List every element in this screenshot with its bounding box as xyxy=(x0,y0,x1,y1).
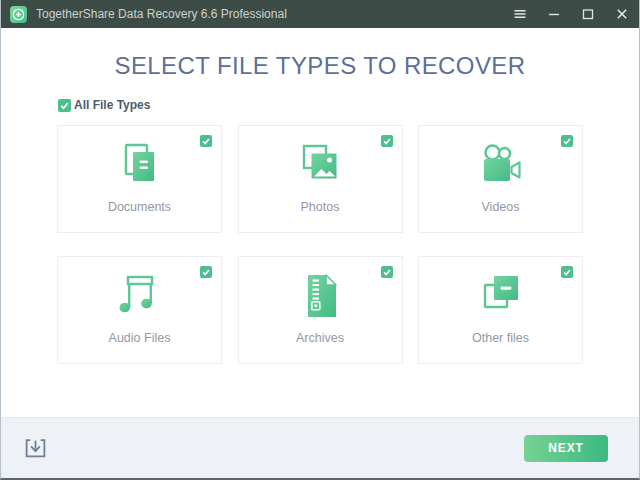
photos-icon xyxy=(293,143,347,187)
menu-button[interactable] xyxy=(503,0,537,28)
check-icon xyxy=(562,267,572,277)
file-type-card-archives[interactable]: Archives xyxy=(238,256,403,364)
all-file-types-label: All File Types xyxy=(74,98,150,112)
card-checkbox[interactable] xyxy=(561,266,573,278)
card-checkbox[interactable] xyxy=(200,266,212,278)
card-checkbox[interactable] xyxy=(561,135,573,147)
archives-icon xyxy=(293,274,347,318)
close-button[interactable] xyxy=(605,0,639,28)
window-title: TogetherShare Data Recovery 6.6 Professi… xyxy=(36,7,287,21)
all-file-types-toggle[interactable]: All File Types xyxy=(58,98,639,112)
card-label: Archives xyxy=(296,331,344,345)
videos-icon xyxy=(474,143,528,187)
file-type-card-audio-files[interactable]: Audio Files xyxy=(57,256,222,364)
audio-files-icon xyxy=(113,274,167,318)
all-file-types-checkbox[interactable] xyxy=(58,99,71,112)
minimize-button[interactable] xyxy=(537,0,571,28)
check-icon xyxy=(201,267,211,277)
check-icon xyxy=(201,136,211,146)
card-label: Photos xyxy=(301,200,340,214)
card-label: Documents xyxy=(108,200,171,214)
card-checkbox[interactable] xyxy=(381,135,393,147)
card-label: Audio Files xyxy=(109,331,171,345)
card-checkbox[interactable] xyxy=(381,266,393,278)
hamburger-menu-icon xyxy=(512,6,528,22)
file-type-card-other-files[interactable]: Other files xyxy=(418,256,583,364)
main-content: SELECT FILE TYPES TO RECOVER All File Ty… xyxy=(1,28,639,417)
card-label: Other files xyxy=(472,331,529,345)
plus-circle-app-icon xyxy=(10,6,27,23)
file-type-card-videos[interactable]: Videos xyxy=(418,125,583,233)
import-download-icon xyxy=(24,438,47,459)
check-icon xyxy=(59,100,70,111)
card-checkbox[interactable] xyxy=(200,135,212,147)
title-bar: TogetherShare Data Recovery 6.6 Professi… xyxy=(1,0,639,28)
check-icon xyxy=(382,267,392,277)
check-icon xyxy=(382,136,392,146)
check-icon xyxy=(562,136,572,146)
close-icon xyxy=(614,6,630,22)
file-type-grid: Documents Photos Videos Audio Files Arch… xyxy=(57,125,583,364)
maximize-button[interactable] xyxy=(571,0,605,28)
page-title: SELECT FILE TYPES TO RECOVER xyxy=(1,51,639,81)
import-button[interactable] xyxy=(22,436,48,460)
file-type-card-photos[interactable]: Photos xyxy=(238,125,403,233)
card-label: Videos xyxy=(482,200,520,214)
app-window: TogetherShare Data Recovery 6.6 Professi… xyxy=(0,0,640,480)
next-button[interactable]: NEXT xyxy=(524,435,608,462)
minimize-icon xyxy=(546,6,562,22)
window-controls xyxy=(503,0,639,28)
other-files-icon xyxy=(474,274,528,318)
file-type-card-documents[interactable]: Documents xyxy=(57,125,222,233)
documents-icon xyxy=(113,143,167,187)
maximize-icon xyxy=(580,6,596,22)
footer-bar: NEXT xyxy=(1,417,639,478)
